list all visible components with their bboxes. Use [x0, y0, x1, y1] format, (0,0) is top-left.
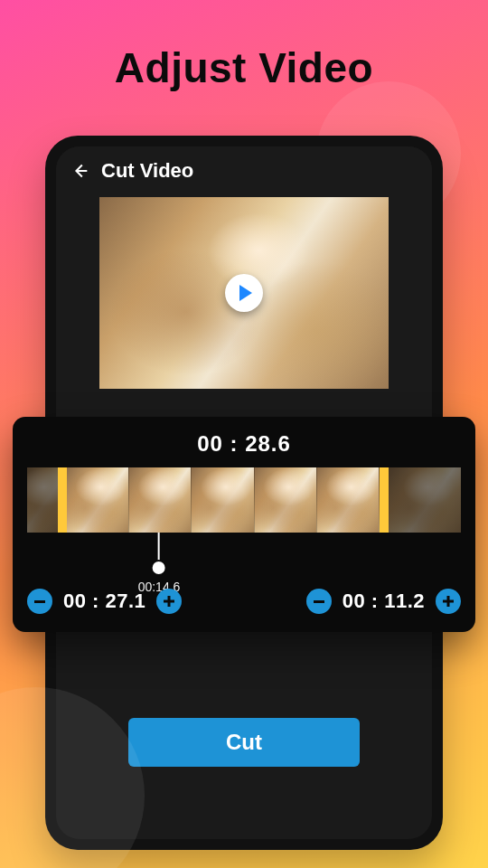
timeline-thumb	[27, 467, 58, 533]
start-plus-icon[interactable]	[156, 589, 182, 614]
play-icon[interactable]	[225, 274, 263, 312]
trim-controls: 00 : 27.1 00 : 11.2	[27, 589, 461, 614]
playhead-stem	[158, 533, 160, 563]
cut-button[interactable]: Cut	[128, 718, 360, 767]
trim-handle-right[interactable]	[380, 467, 389, 533]
total-duration: 00 : 28.6	[27, 431, 461, 457]
timeline-thumb	[192, 467, 254, 533]
timeline-thumb	[129, 467, 192, 533]
timeline-selection[interactable]	[67, 467, 380, 533]
playhead-dot-icon	[153, 561, 165, 574]
back-arrow-icon[interactable]	[70, 161, 90, 181]
end-minus-icon[interactable]	[306, 589, 332, 614]
cut-panel: 00 : 28.6 00:14.6 00 : 27.1	[13, 417, 475, 632]
end-time-controls: 00 : 11.2	[306, 589, 461, 614]
app-bar-title: Cut Video	[101, 159, 193, 183]
timeline-thumb	[317, 467, 380, 533]
start-minus-icon[interactable]	[27, 589, 52, 614]
end-time: 00 : 11.2	[343, 590, 425, 613]
start-time: 00 : 27.1	[63, 590, 145, 613]
playhead[interactable]: 00:14.6	[138, 533, 181, 594]
promo-title: Adjust Video	[0, 0, 488, 92]
timeline[interactable]: 00:14.6	[27, 467, 461, 533]
video-preview	[99, 197, 389, 389]
promo-background: Adjust Video Cut Video Cut 00 : 28.6	[0, 0, 488, 868]
app-bar: Cut Video	[56, 146, 432, 192]
timeline-thumb	[389, 467, 461, 533]
end-plus-icon[interactable]	[436, 589, 461, 614]
start-time-controls: 00 : 27.1	[27, 589, 182, 614]
timeline-out-left	[27, 467, 58, 533]
timeline-out-right	[389, 467, 461, 533]
timeline-thumb	[255, 467, 317, 533]
timeline-thumb	[67, 467, 129, 533]
trim-handle-left[interactable]	[58, 467, 67, 533]
